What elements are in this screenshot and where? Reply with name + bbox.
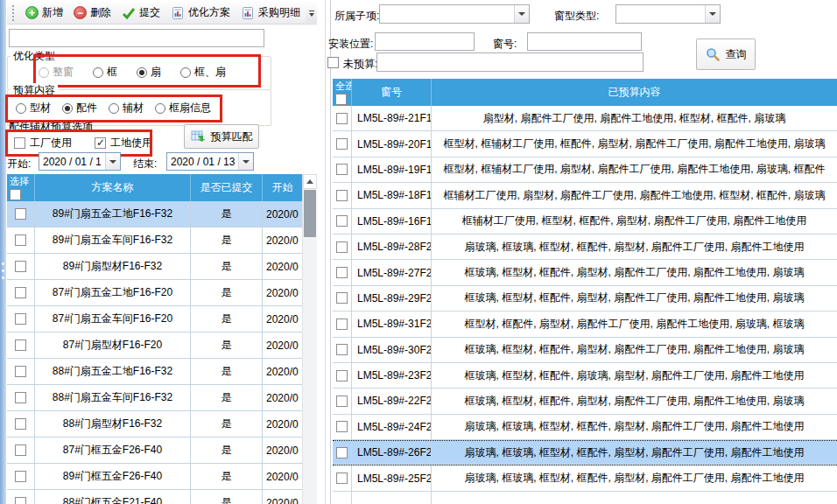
row-checkbox[interactable]	[15, 287, 26, 298]
table-row[interactable]: 89#门扇型材F16-F32是2020/0	[7, 254, 302, 280]
select-all-checkbox[interactable]	[335, 94, 347, 105]
table-row[interactable]: 89#门扇五金工地F16-F32是2020/0	[7, 201, 302, 228]
row-checkbox[interactable]	[15, 497, 26, 504]
radio-option-1[interactable]: 框	[93, 65, 117, 80]
row-checkbox[interactable]	[15, 234, 26, 246]
radio-option-2[interactable]: 辅材	[109, 101, 144, 116]
checkbox-option-0[interactable]: 工厂使用	[14, 136, 72, 150]
row-select-cell	[333, 158, 352, 183]
row-checkbox[interactable]	[336, 267, 348, 278]
row-checkbox[interactable]	[336, 292, 348, 304]
radio-option-1[interactable]: 配件	[62, 101, 97, 116]
scroll-up-button[interactable]	[303, 174, 317, 189]
date-start-dropdown-button[interactable]	[105, 153, 120, 170]
row-checkbox[interactable]	[336, 447, 348, 458]
row-checkbox[interactable]	[336, 138, 348, 150]
radio-option-3[interactable]: 框、扇	[180, 65, 226, 80]
table-row[interactable]: LM5L-89#-25F23扇玻璃, 框玻璃, 框型材, 框配件, 扇型材, 扇…	[333, 466, 837, 491]
date-start-picker[interactable]: 2020 / 01 / 1	[39, 152, 121, 171]
start-column-header[interactable]: 开始	[263, 174, 302, 201]
row-checkbox[interactable]	[336, 421, 348, 432]
table-row[interactable]: LM5L-89#-29F27框玻璃, 框型材, 框配件, 扇型材, 扇配件工厂使…	[333, 286, 837, 312]
row-checkbox[interactable]	[336, 396, 348, 407]
row-checkbox[interactable]	[15, 366, 26, 377]
budgeted-content-column-header[interactable]: 已预算内容	[432, 79, 837, 106]
row-checkbox[interactable]	[336, 344, 348, 355]
table-row[interactable]: LM5L-89#-28F26扇玻璃, 框玻璃, 框型材, 框配件, 扇型材, 扇…	[333, 234, 837, 260]
table-row[interactable]: 87#门扇型材F16-F20是2020/0	[7, 332, 302, 359]
row-checkbox[interactable]	[15, 444, 26, 456]
delete-button[interactable]: − 删除	[69, 4, 116, 22]
table-row[interactable]: LM5L-89#-16F15框辅材工厂使用, 框型材, 框配件, 扇型材, 扇配…	[333, 209, 837, 234]
no-budget-input[interactable]	[376, 52, 644, 72]
table-row[interactable]: LM5L-89#-23F21框玻璃, 框型材, 框配件, 扇玻璃, 扇型材, 扇…	[333, 363, 837, 388]
table-row[interactable]: LM5L-89#-31F29框型材, 框配件, 扇型材, 扇配件工厂使用, 扇配…	[333, 312, 837, 337]
window-no-input[interactable]	[527, 32, 642, 51]
row-checkbox[interactable]	[336, 164, 348, 175]
plan-table-scrollbar[interactable]	[302, 174, 317, 504]
sub-item-dropdown-button[interactable]	[514, 5, 529, 23]
row-checkbox[interactable]	[336, 472, 348, 484]
table-row[interactable]: LM5L-89#-20F18框型材, 框辅材工厂使用, 框配件, 扇型材, 扇配…	[333, 131, 837, 157]
table-row[interactable]: 87#门框五金F26-F40是2020/0	[7, 438, 302, 464]
table-row[interactable]: LM5L-89#-26F24扇玻璃, 框玻璃, 框型材, 框配件, 扇型材, 扇…	[333, 440, 837, 466]
date-end-picker[interactable]: 2020 / 01 / 13	[166, 152, 254, 171]
radio-option-0[interactable]: 型材	[16, 101, 51, 116]
add-button[interactable]: + 新增	[21, 4, 67, 22]
sub-item-combobox[interactable]	[379, 4, 530, 24]
table-row[interactable]: LM5L-89#-24F22扇玻璃, 框玻璃, 框型材, 框配件, 扇型材, 扇…	[333, 415, 837, 440]
submitted-column-header[interactable]: 是否已提交	[191, 174, 263, 201]
budget-match-button[interactable]: 预算匹配	[184, 124, 259, 149]
radio-option-3[interactable]: 框扇信息	[155, 101, 211, 116]
row-checkbox[interactable]	[336, 318, 348, 330]
table-row[interactable]: LM5L-89#-18F16框辅材工厂使用, 扇型材, 扇配件工厂使用, 扇配件…	[333, 183, 837, 208]
table-row[interactable]: 88#门扇五金工地F16-F32是2020/0	[7, 359, 302, 385]
radio-option-2[interactable]: 扇	[137, 65, 161, 80]
table-row[interactable]: 88#门框五金F21-F40是2020/0	[7, 490, 302, 504]
checkbox-option-1[interactable]: 工地使用	[95, 136, 152, 150]
checkbox-icon[interactable]	[14, 137, 25, 149]
budgeted-content-cell: 框辅材工厂使用, 扇型材, 扇配件工厂使用, 扇配件工地使用, 框型材, 框配件…	[432, 183, 837, 208]
toolbar-grip[interactable]	[12, 5, 16, 21]
checkbox-icon[interactable]	[95, 137, 106, 149]
row-checkbox[interactable]	[336, 242, 348, 253]
table-row[interactable]: LM5L-89#-30F28框玻璃, 框型材, 框配件, 扇型材, 扇配件工厂使…	[333, 338, 837, 363]
plan-name-cell: 87#门扇五金车间F16-F20	[35, 306, 191, 332]
submit-button[interactable]: 提交	[117, 4, 165, 22]
install-position-input[interactable]	[375, 32, 475, 51]
row-checkbox[interactable]	[336, 370, 348, 382]
select-all-checkbox[interactable]	[10, 189, 21, 200]
row-checkbox[interactable]	[336, 215, 348, 227]
row-checkbox[interactable]	[336, 113, 348, 124]
row-checkbox[interactable]	[15, 340, 26, 351]
submitted-cell: 是	[191, 254, 263, 280]
row-checkbox[interactable]	[15, 313, 26, 325]
row-checkbox[interactable]	[15, 392, 26, 403]
row-checkbox[interactable]	[15, 471, 26, 482]
row-checkbox[interactable]	[15, 261, 26, 272]
window-type-combobox[interactable]	[615, 4, 721, 24]
plan-filter-input[interactable]	[9, 29, 264, 47]
table-row[interactable]: 89#门扇五金车间F16-F32是2020/0	[7, 228, 302, 254]
row-checkbox[interactable]	[15, 418, 26, 430]
scrollbar-thumb[interactable]	[304, 190, 316, 237]
table-row[interactable]: 88#门扇型材F16-F32是2020/0	[7, 411, 302, 438]
row-checkbox[interactable]	[336, 190, 348, 201]
date-end-dropdown-button[interactable]	[238, 153, 253, 170]
toolbar-overflow-button[interactable]	[306, 4, 317, 23]
window-no-column-header[interactable]: 窗号	[352, 79, 432, 106]
plan-name-column-header[interactable]: 方案名称	[35, 174, 191, 201]
optimize-plan-button[interactable]: 优化方案	[166, 4, 235, 22]
window-type-dropdown-button[interactable]	[705, 5, 720, 23]
table-row[interactable]: 87#门扇五金车间F16-F20是2020/0	[7, 306, 302, 332]
table-row[interactable]: 88#门扇五金车间F16-F32是2020/0	[7, 385, 302, 411]
query-button[interactable]: 查询	[696, 38, 756, 70]
table-row[interactable]: LM5L-89#-19F17框型材, 框辅材工厂使用, 扇型材, 扇配件工厂使用…	[333, 158, 837, 183]
row-checkbox[interactable]	[15, 208, 26, 220]
table-row[interactable]: LM5L-89#-27F25框玻璃, 框型材, 框配件, 扇型材, 扇配件工厂使…	[333, 260, 837, 285]
table-row[interactable]: 89#门框五金F26-F40是2020/0	[7, 464, 302, 490]
table-row[interactable]: 87#门扇五金工地F16-F20是2020/0	[7, 280, 302, 306]
table-row[interactable]: LM5L-89#-22F20框玻璃, 框型材, 框配件, 扇型材, 扇配件工厂使…	[333, 388, 837, 414]
table-row[interactable]: LM5L-89#-21F19扇型材, 扇配件工厂使用, 扇配件工地使用, 框型材…	[333, 106, 837, 131]
no-budget-checkbox[interactable]	[327, 57, 339, 68]
